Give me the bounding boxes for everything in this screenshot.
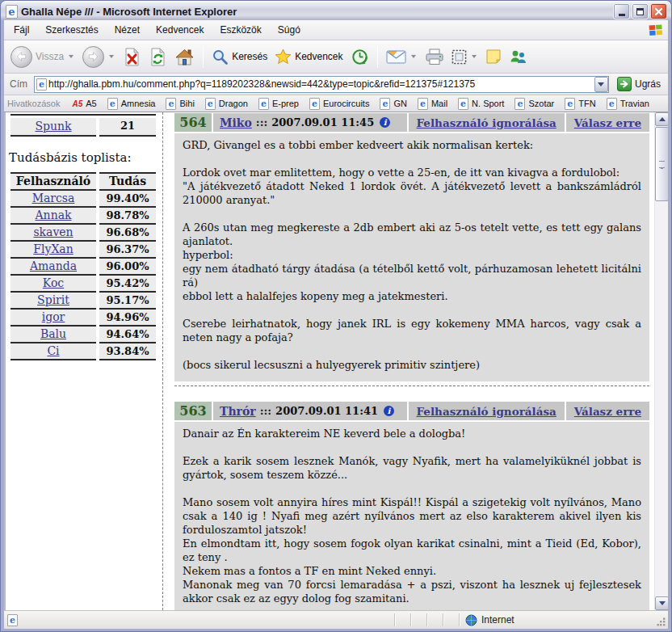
post-paragraph: (bocs sikerul lecsuszni a hulyegyerek pr…	[183, 358, 641, 372]
resize-grip[interactable]	[654, 611, 668, 629]
favorites-star-icon	[275, 48, 292, 65]
vertical-scrollbar[interactable]	[654, 112, 668, 610]
post-body: GRD, Givangel es a tobbi ember kedveert …	[174, 133, 649, 381]
stop-button[interactable]	[120, 45, 145, 69]
author-link[interactable]: Thrór	[220, 405, 256, 418]
link-amnesia[interactable]: eAmnesia	[107, 98, 156, 110]
table-row: FlyXan96.37%	[10, 242, 156, 259]
zone-label: Internet	[481, 614, 514, 626]
user-link[interactable]: skaven	[33, 225, 73, 238]
search-button[interactable]: Keresés	[208, 47, 271, 67]
link-gn[interactable]: eGN	[380, 98, 407, 110]
link-nsport[interactable]: eN. Sport	[458, 98, 504, 110]
table-row: Ci93.84%	[10, 343, 156, 360]
refresh-button[interactable]	[145, 45, 170, 69]
author-link[interactable]: Miko	[220, 116, 252, 129]
forward-button[interactable]	[79, 44, 119, 70]
link-mail[interactable]: eMail	[418, 98, 447, 110]
favorites-button[interactable]: Kedvencek	[271, 47, 346, 66]
back-icon	[10, 46, 32, 68]
scroll-up-button[interactable]	[655, 112, 668, 126]
menu-file[interactable]: Fájl	[6, 21, 37, 39]
post-paragraph: Danair az Én karaktereim NE keverd bele …	[183, 427, 641, 440]
reply-link[interactable]: Válasz erre	[574, 116, 641, 129]
notes-button[interactable]	[482, 47, 505, 66]
value-cell: 94.64%	[99, 327, 156, 343]
standard-toolbar: Vissza	[4, 40, 668, 74]
address-input[interactable]	[47, 78, 594, 90]
minimize-button[interactable]	[613, 3, 630, 19]
link-eurocircuits[interactable]: eEurocircuits	[309, 98, 369, 110]
menu-edit[interactable]: Szerkesztés	[37, 21, 106, 39]
link-bihi[interactable]: eBihi	[166, 98, 194, 110]
menu-help[interactable]: Súgó	[270, 21, 309, 39]
status-bar: e Internet	[4, 610, 668, 629]
menu-favorites[interactable]: Kedvencek	[148, 21, 212, 39]
address-dropdown-button[interactable]	[594, 77, 608, 92]
post-number: 564	[174, 113, 212, 132]
table-row: Amanda96.00%	[10, 259, 156, 276]
status-message-panel	[25, 611, 394, 629]
ignore-user-link[interactable]: Felhasználó ignorálása	[417, 116, 556, 129]
user-link[interactable]: Spirit	[37, 293, 69, 306]
ie-page-icon: e	[166, 98, 176, 110]
column-header-user: Felhasználó	[10, 172, 96, 191]
user-link[interactable]: Balu	[40, 327, 66, 340]
link-travian[interactable]: eTravian	[607, 98, 649, 110]
link-szotar[interactable]: eSzotar	[514, 98, 554, 110]
column-header-value: Tudás	[99, 172, 156, 191]
home-button[interactable]	[171, 46, 198, 68]
status-panel	[396, 611, 410, 629]
post-paragraph: Cserebe leirhatnatok, hogy janek IRL is …	[183, 317, 641, 344]
scroll-down-button[interactable]	[655, 596, 668, 610]
user-link[interactable]: Annak	[36, 209, 72, 221]
info-icon[interactable]: i	[384, 406, 394, 416]
forward-dropdown-icon[interactable]	[109, 55, 114, 58]
edit-dropdown-icon[interactable]	[472, 55, 477, 58]
mail-button[interactable]	[383, 48, 421, 65]
ie-page-icon: e	[458, 98, 468, 110]
close-button[interactable]	[650, 3, 667, 19]
messenger-button[interactable]	[506, 47, 531, 67]
user-link[interactable]: igor	[42, 310, 65, 323]
post-author-bar: Thrór ::: 2007.09.01 11:41 i	[213, 402, 407, 420]
messenger-icon	[509, 48, 527, 65]
user-link[interactable]: Amanda	[30, 259, 77, 272]
ignore-user-link[interactable]: Felhasználó ignorálása	[417, 405, 556, 418]
reply-link[interactable]: Válasz erre	[574, 405, 641, 418]
link-eprep[interactable]: eE-prep	[258, 98, 299, 110]
user-link[interactable]: Koc	[43, 276, 64, 289]
back-dropdown-icon[interactable]	[69, 55, 74, 58]
menu-view[interactable]: Nézet	[107, 21, 148, 39]
table-row: Koc95.42%	[10, 276, 156, 293]
ie-page-icon: e	[380, 98, 390, 110]
link-a5[interactable]: A5A5	[72, 99, 96, 108]
ie-page-icon: e	[607, 98, 617, 110]
refresh-icon	[149, 47, 167, 67]
user-link[interactable]: FlyXan	[33, 242, 73, 255]
mail-dropdown-icon[interactable]	[411, 55, 416, 58]
arrow-down-icon	[659, 601, 666, 605]
title-bar[interactable]: e Ghalla Népe /// - Microsoft Internet E…	[1, 1, 671, 20]
browser-window: e Ghalla Népe /// - Microsoft Internet E…	[0, 0, 672, 632]
window-title: Ghalla Népe /// - Microsoft Internet Exp…	[21, 6, 610, 18]
user-link[interactable]: Marcsa	[32, 192, 75, 204]
user-link-spunk[interactable]: Spunk	[35, 120, 71, 133]
post-header: 563 Thrór ::: 2007.09.01 11:41 i Felhasz…	[174, 402, 649, 420]
edit-button[interactable]	[448, 48, 481, 66]
maximize-button[interactable]	[632, 3, 649, 19]
link-dragon[interactable]: eDragon	[205, 98, 248, 110]
go-button[interactable]: Ugrás	[613, 76, 665, 92]
info-icon[interactable]: i	[380, 117, 390, 128]
ie-page-icon: e	[514, 98, 525, 110]
menu-tools[interactable]: Eszközök	[212, 21, 269, 39]
value-cell: 96.00%	[99, 259, 156, 276]
link-tfn[interactable]: eTFN	[565, 98, 595, 110]
scrollbar-thumb[interactable]	[655, 127, 668, 201]
history-button[interactable]	[347, 46, 372, 68]
post-header: 564 Miko ::: 2007.09.01 11:45 i Felhaszn…	[174, 113, 649, 132]
user-link[interactable]: Ci	[47, 344, 59, 357]
status-panel	[412, 611, 426, 629]
back-button[interactable]: Vissza	[7, 44, 78, 70]
print-button[interactable]	[422, 47, 447, 67]
